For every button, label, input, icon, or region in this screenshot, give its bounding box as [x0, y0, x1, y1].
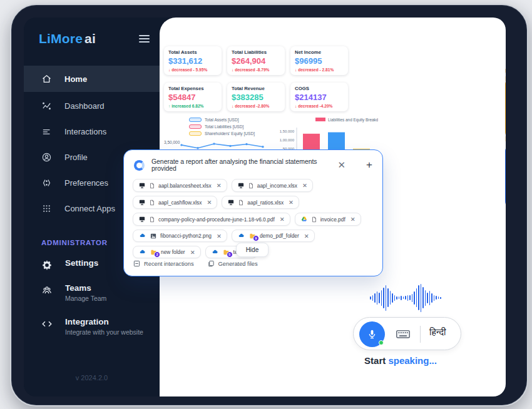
- attachment-chip[interactable]: aapl_ratios.xlsx✕: [222, 196, 299, 209]
- chip-filename: new folder: [161, 249, 185, 255]
- chip-filename: aapl_ratios.xlsx: [247, 199, 284, 206]
- integration-card: ⚙ Outlook Mail Email Connected 14 Aug 20…: [505, 205, 506, 275]
- chip-filename: aapl_income.xlsx: [257, 183, 297, 189]
- attachment-chip[interactable]: 2new folder✕: [133, 246, 201, 258]
- chip-remove-icon[interactable]: ✕: [350, 216, 356, 223]
- folder-count-badge: 9: [253, 235, 259, 241]
- sidebar-item-interactions[interactable]: Interactions: [24, 121, 160, 142]
- legend-label: Shareholders' Equity [USD]: [205, 131, 255, 136]
- sidebar-item-integration[interactable]: Integration Integrate with your website: [24, 317, 160, 336]
- keyboard-toggle-button[interactable]: [395, 326, 411, 345]
- legend-label: Total Assets [USD]: [205, 118, 239, 122]
- stat-value: $214137: [295, 93, 344, 102]
- start-speaking-prompt: Start speaking...: [295, 355, 506, 366]
- attachment-chip[interactable]: invoice.pdf✕: [295, 213, 361, 226]
- stat-value: $96995: [295, 56, 344, 66]
- recent-interactions-icon: [133, 260, 140, 267]
- stat-value: $331,612: [168, 56, 217, 66]
- folder-count-badge: 2: [154, 251, 160, 258]
- stat-title: COGS: [295, 86, 344, 91]
- chip-remove-icon[interactable]: ✕: [217, 233, 222, 240]
- stat-delta: ↓ decreased -8.79%: [232, 68, 280, 72]
- folder-icon-wrap: 9: [248, 233, 257, 240]
- user-header: 20 Aniket R Bhandarkar Admin A: [505, 30, 506, 59]
- generated-files-icon: [208, 260, 215, 267]
- sidebar-item-label: Teams: [65, 283, 106, 293]
- chip-remove-icon[interactable]: ✕: [217, 182, 222, 189]
- notification-bell-icon[interactable]: 20: [505, 34, 506, 50]
- local-device-icon: [138, 199, 146, 206]
- unresolved-item-card: User repeatedly asked about the origin o…: [505, 78, 506, 138]
- profile-icon: [41, 152, 52, 163]
- local-device-icon: [237, 182, 245, 189]
- administrator-section-label: ADMINISTRATOR: [41, 239, 108, 246]
- document-icon: [311, 216, 317, 223]
- dialog-close-icon[interactable]: ✕: [337, 159, 345, 171]
- local-device-icon: [138, 182, 146, 189]
- logo-part-1: LiMore: [39, 31, 83, 46]
- chip-remove-icon[interactable]: ✕: [207, 199, 212, 206]
- legend-swatch: [189, 124, 202, 129]
- document-icon: [149, 199, 155, 206]
- attachment-chip[interactable]: aapl.balancesheet.xlsx✕: [133, 179, 227, 192]
- stat-card: Total Liabilities$264,904↓ decreased -8.…: [227, 46, 285, 75]
- onedrive-cloud-icon: [138, 249, 146, 255]
- sidebar-item-teams[interactable]: Teams Manage Team: [24, 283, 160, 302]
- integration-code-icon: [41, 318, 53, 330]
- generated-files-toggle[interactable]: Generated files: [208, 260, 258, 267]
- chip-remove-icon[interactable]: ✕: [302, 182, 307, 189]
- app-version: v 2024.2.0: [24, 374, 160, 381]
- attachment-chip[interactable]: fibonacci-python2.png✕: [133, 230, 227, 242]
- stat-delta: ↓ decreased - 2.81%: [295, 68, 344, 72]
- hamburger-menu-icon[interactable]: [139, 33, 150, 44]
- attachment-chip[interactable]: 9demo_pdf_folder✕: [232, 230, 315, 242]
- logo-part-2: ai: [84, 31, 96, 46]
- attachment-chip[interactable]: aapl_income.xlsx✕: [232, 179, 313, 192]
- stat-card: Net Income$96995↓ decreased - 2.81%: [290, 46, 348, 75]
- dashboard-icon: [41, 101, 52, 111]
- document-icon: [238, 199, 244, 206]
- onedrive-cloud-icon: [237, 233, 245, 239]
- sidebar-item-sublabel: Integrate with your website: [65, 328, 143, 336]
- sidebar-item-label: Interactions: [64, 127, 106, 136]
- legend-item: Shareholders' Equity [USD]: [189, 131, 272, 136]
- hide-button[interactable]: Hide: [236, 243, 269, 257]
- chip-remove-icon[interactable]: ✕: [304, 233, 309, 240]
- preferences-icon: [41, 178, 52, 188]
- recent-interactions-toggle[interactable]: Recent interactions: [133, 260, 194, 267]
- stats-grid: Total Assets$331,612↓ decreased - 5.95%T…: [164, 46, 348, 111]
- sidebar-item-label: Connect Apps: [64, 204, 115, 213]
- sidebar-item-label: Profile: [64, 153, 88, 162]
- sidebar-item-sublabel: Manage Team: [65, 295, 106, 302]
- attachment-chip[interactable]: company-policy-and-procedure-june-1.18-v…: [133, 213, 290, 226]
- language-toggle-button[interactable]: हिन्दी: [429, 326, 446, 338]
- chip-remove-icon[interactable]: ✕: [280, 216, 285, 223]
- processing-spinner-icon: [134, 160, 145, 171]
- stat-delta: ↓ decreased -2.80%: [232, 104, 280, 108]
- folder-icon-wrap: 5: [222, 249, 230, 256]
- image-icon: [150, 233, 157, 240]
- chip-remove-icon[interactable]: ✕: [190, 249, 195, 256]
- chip-remove-icon[interactable]: ✕: [289, 199, 294, 206]
- onedrive-cloud-icon: [211, 249, 219, 255]
- svg-text:Liabilities and Equity Breakdo: Liabilities and Equity Breakdown: [328, 118, 378, 123]
- chip-filename: demo_pdf_folder: [260, 233, 299, 239]
- dialog-add-icon[interactable]: +: [366, 159, 372, 171]
- microphone-button[interactable]: [359, 321, 385, 347]
- sidebar-item-label: Preferences: [64, 178, 108, 188]
- chip-filename: fibonacci-python2.png: [160, 233, 212, 239]
- stat-title: Total Liabilities: [232, 49, 280, 55]
- settings-gear-icon: [41, 260, 53, 271]
- tablet-frame: LiMoreai Home Dashboard Interactions Pro…: [10, 4, 528, 406]
- chip-filename: company-policy-and-procedure-june-1.18-v…: [158, 216, 275, 223]
- attachment-chip[interactable]: aapl_cashflow.xlsx✕: [133, 196, 217, 209]
- pill-divider: [420, 326, 421, 343]
- sidebar-item-dashboard[interactable]: Dashboard: [24, 95, 160, 116]
- stat-value: $54847: [168, 93, 217, 102]
- connect-apps-icon: [41, 203, 52, 214]
- sidebar-item-home[interactable]: Home: [24, 66, 160, 92]
- document-icon: [248, 182, 254, 189]
- line-chart-legend: Total Assets [USD]Total Liabilities [USD…: [189, 118, 272, 136]
- mic-active-dot: [379, 340, 384, 345]
- stat-value: $383285: [232, 93, 280, 102]
